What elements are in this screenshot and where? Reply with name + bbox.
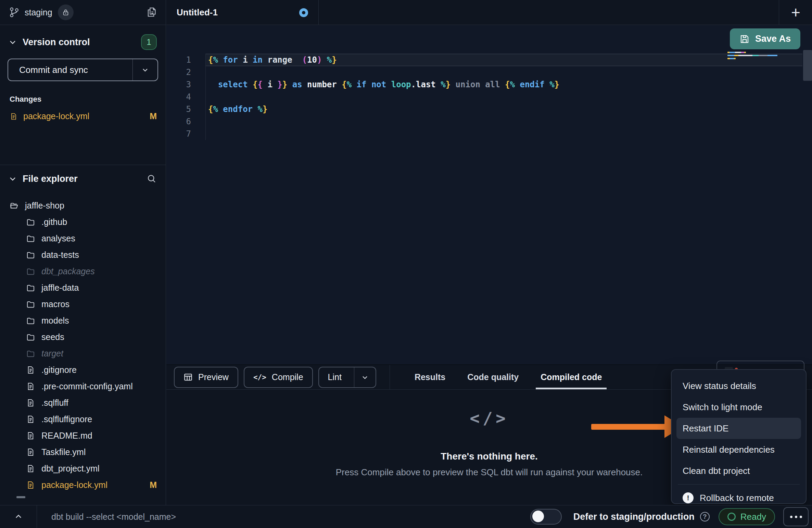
folder-icon <box>26 217 35 227</box>
ide-status-badge[interactable]: Ready <box>719 508 775 525</box>
editor-scrollbar-thumb[interactable] <box>803 50 812 81</box>
file-explorer-header[interactable]: File explorer <box>0 169 166 188</box>
minimap[interactable] <box>727 52 782 61</box>
lint-label: Lint <box>319 372 342 382</box>
expand-command-bar-button[interactable] <box>0 505 37 528</box>
partially-visible-item <box>16 496 25 498</box>
file-tree-item-dbt-project-yml[interactable]: dbt_project.yml <box>0 460 166 477</box>
file-tree-item--sqlfluffignore[interactable]: .sqlfluffignore <box>0 411 166 427</box>
code-icon: </> <box>253 373 266 381</box>
file-tree-item-models[interactable]: models <box>0 312 166 329</box>
tab-untitled-1[interactable]: Untitled-1 <box>166 0 319 25</box>
code-line-2[interactable]: 2 <box>166 66 812 78</box>
branch-lock-pill <box>58 4 74 20</box>
more-options-button[interactable] <box>783 507 809 526</box>
menu-item-reinstall-dependencies[interactable]: Reinstall dependencies <box>676 439 801 460</box>
file-tree-item--pre-commit-config-yaml[interactable]: .pre-commit-config.yaml <box>0 378 166 394</box>
file-tree-item--sqlfluff[interactable]: .sqlfluff <box>0 394 166 411</box>
preview-button[interactable]: Preview <box>174 367 238 388</box>
dot-icon <box>790 516 792 518</box>
file-tree-item-jaffle-shop[interactable]: jaffle-shop <box>0 197 166 214</box>
file-tree-item-dbt-packages[interactable]: dbt_packages <box>0 263 166 279</box>
file-tree-item--gitignore[interactable]: .gitignore <box>0 362 166 378</box>
compile-button[interactable]: </> Compile <box>244 367 313 388</box>
file-name: .sqlfluff <box>41 398 68 408</box>
file-icon <box>26 464 35 473</box>
lint-dropdown[interactable] <box>354 367 376 387</box>
version-control-header[interactable]: Version control 1 <box>0 33 166 52</box>
command-input[interactable]: dbt build --select <model_name> <box>51 512 176 522</box>
file-name: macros <box>41 299 69 309</box>
annotation-arrow <box>591 424 667 430</box>
save-icon <box>739 34 750 44</box>
folder-open-icon <box>10 201 19 210</box>
help-icon[interactable]: ? <box>700 512 710 521</box>
dbt-cloud-ide: staging Version control 1 C <box>0 0 812 528</box>
code-text <box>205 128 802 140</box>
pane-tabs: Results Code quality Compiled code <box>415 365 602 389</box>
file-tree-item-analyses[interactable]: analyses <box>0 230 166 247</box>
menu-item-view-status-details[interactable]: View status details <box>676 375 801 397</box>
file-search-button[interactable] <box>147 174 157 184</box>
code-text <box>205 115 802 128</box>
defer-toggle[interactable] <box>530 509 562 525</box>
file-name: .github <box>41 217 67 227</box>
file-tree-item-target[interactable]: target <box>0 345 166 362</box>
sidebar: staging Version control 1 C <box>0 0 166 505</box>
copy-branch-button[interactable] <box>146 7 157 18</box>
git-branch-icon <box>9 7 19 18</box>
tab-results[interactable]: Results <box>415 365 445 389</box>
tabbar-divider <box>779 0 779 25</box>
lint-button[interactable]: Lint <box>318 367 376 388</box>
menu-divider <box>678 484 800 485</box>
branch-name[interactable]: staging <box>25 8 52 17</box>
changes-label: Changes <box>10 95 166 104</box>
chevron-down-icon <box>9 175 16 183</box>
file-explorer-section: File explorer jaffle-shop.githubanalyses… <box>0 165 166 505</box>
file-icon <box>26 480 35 490</box>
dot-icon <box>795 516 797 518</box>
tab-code-quality[interactable]: Code quality <box>467 365 519 389</box>
code-lines[interactable]: 1{% for i in range (10) %}23 select {{ i… <box>166 54 812 140</box>
save-as-button[interactable]: Save As <box>730 28 800 49</box>
code-line-1[interactable]: 1{% for i in range (10) %} <box>166 54 812 66</box>
file-name: jaffle-data <box>41 283 79 293</box>
modified-badge: M <box>150 480 157 490</box>
minimap-line <box>727 55 777 56</box>
commit-and-sync-button[interactable]: Commit and sync <box>8 59 158 81</box>
file-name: dbt_packages <box>41 266 95 276</box>
menu-item-restart-ide[interactable]: Restart IDE <box>676 418 801 439</box>
file-tree-item-data-tests[interactable]: data-tests <box>0 247 166 263</box>
code-line-6[interactable]: 6 <box>166 115 812 128</box>
folder-icon <box>26 283 35 292</box>
changed-file-name: package-lock.yml <box>23 111 89 121</box>
file-tree-item-macros[interactable]: macros <box>0 296 166 312</box>
code-line-5[interactable]: 5{% endfor %} <box>166 103 812 115</box>
menu-item-switch-to-light-mode[interactable]: Switch to light mode <box>676 397 801 418</box>
file-tree-item-jaffle-data[interactable]: jaffle-data <box>0 279 166 296</box>
file-tree-item-seeds[interactable]: seeds <box>0 329 166 345</box>
changed-file-row[interactable]: package-lock.yml M <box>10 111 157 121</box>
code-text: {% endfor %} <box>205 103 802 115</box>
new-tab-button[interactable]: + <box>779 0 812 25</box>
folder-icon <box>26 267 35 276</box>
code-line-7[interactable]: 7 <box>166 128 812 140</box>
code-line-4[interactable]: 4 <box>166 91 812 103</box>
tab-compiled-code[interactable]: Compiled code <box>541 365 602 389</box>
file-name: data-tests <box>41 250 79 260</box>
menu-item-clean-dbt-project[interactable]: Clean dbt project <box>676 460 801 481</box>
file-tree-item-taskfile-yml[interactable]: Taskfile.yml <box>0 444 166 460</box>
commit-options-dropdown[interactable] <box>132 59 157 80</box>
file-name: package-lock.yml <box>41 480 107 490</box>
compile-label: Compile <box>272 372 303 382</box>
chevron-down-icon <box>141 66 149 74</box>
code-text <box>205 66 802 78</box>
file-tree-item-package-lock-yml[interactable]: package-lock.ymlM <box>0 477 166 493</box>
branch-header: staging <box>0 0 166 25</box>
file-name: models <box>41 316 69 326</box>
code-line-3[interactable]: 3 select {{ i }} as number {% if not loo… <box>166 78 812 91</box>
file-icon <box>10 112 18 121</box>
exclamation-circle-icon: ! <box>683 492 694 503</box>
file-tree-item--github[interactable]: .github <box>0 214 166 230</box>
file-tree-item-readme-md[interactable]: README.md <box>0 427 166 444</box>
